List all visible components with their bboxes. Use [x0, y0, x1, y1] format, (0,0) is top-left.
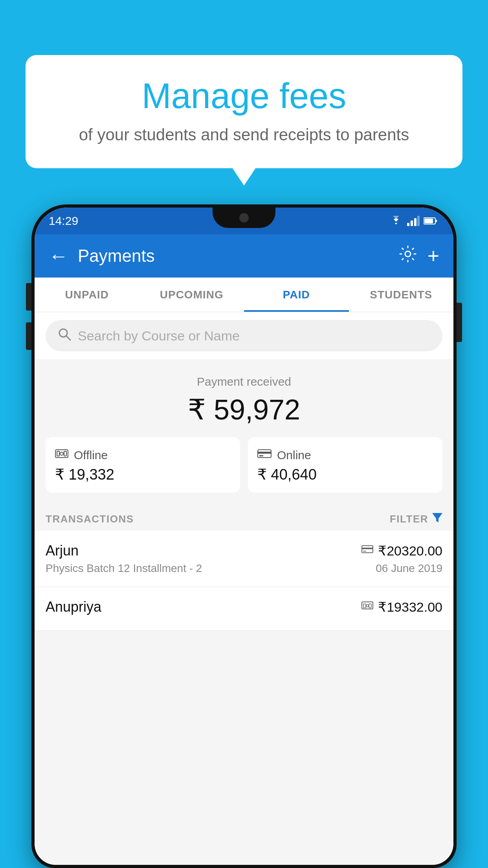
svg-line-9: [66, 336, 70, 340]
page-title: Payments: [78, 246, 399, 266]
filter-button[interactable]: FILTER: [390, 513, 442, 525]
content-area: Search by Course or Name Payment receive…: [35, 312, 453, 865]
tx-row-top-2: Anupriya ₹193: [46, 599, 442, 615]
tx-date: 06 June 2019: [376, 562, 442, 575]
tx-amount-wrap: ₹20320.00: [361, 543, 442, 559]
tab-students[interactable]: STUDENTS: [349, 278, 454, 312]
tx-payment-icon: [361, 544, 373, 557]
power-button[interactable]: [457, 303, 462, 342]
payment-summary: Payment received ₹ 59,972: [35, 359, 453, 504]
tab-unpaid[interactable]: UNPAID: [35, 278, 139, 312]
online-label: Online: [277, 449, 311, 462]
speech-bubble-container: Manage fees of your students and send re…: [26, 55, 462, 168]
svg-rect-15: [258, 452, 271, 454]
phone: 14:29: [31, 204, 457, 868]
search-container: Search by Course or Name: [35, 312, 453, 359]
svg-point-13: [60, 452, 63, 455]
transaction-row[interactable]: Arjun ₹20320.00: [35, 531, 453, 587]
status-icons: [389, 216, 438, 226]
svg-rect-2: [414, 218, 416, 226]
svg-rect-0: [407, 223, 409, 226]
svg-rect-12: [64, 451, 66, 456]
search-placeholder: Search by Course or Name: [78, 328, 240, 344]
tx-name: Arjun: [46, 542, 79, 559]
add-button[interactable]: +: [427, 244, 439, 268]
tx-payment-icon-2: [361, 601, 373, 613]
online-amount: ₹ 40,640: [257, 466, 433, 483]
payment-received-label: Payment received: [46, 375, 442, 388]
svg-rect-16: [259, 455, 263, 456]
volume-down-button[interactable]: [26, 322, 31, 350]
tx-amount-wrap-2: ₹19332.00: [361, 599, 442, 615]
card-icon: [257, 448, 272, 462]
back-button[interactable]: ←: [49, 245, 68, 267]
settings-button[interactable]: [399, 245, 416, 267]
tx-name-2: Anupriya: [46, 599, 101, 615]
transaction-row[interactable]: Anupriya ₹193: [35, 587, 453, 631]
tab-upcoming[interactable]: UPCOMING: [139, 278, 244, 312]
svg-rect-22: [363, 604, 366, 608]
offline-amount: ₹ 19,332: [55, 466, 231, 483]
front-camera: [239, 213, 249, 223]
volume-up-button[interactable]: [26, 283, 31, 311]
offline-payment-card: Offline ₹ 19,332: [46, 437, 240, 493]
bubble-subtitle: of your students and send receipts to pa…: [49, 123, 439, 147]
online-card-header: Online: [257, 448, 433, 462]
svg-marker-17: [432, 513, 442, 522]
offline-label: Offline: [74, 449, 108, 462]
tx-amount-2: ₹19332.00: [378, 599, 442, 615]
battery-icon: [424, 217, 438, 225]
payment-total-amount: ₹ 59,972: [46, 393, 442, 426]
filter-icon: [432, 513, 442, 525]
phone-notch: [213, 208, 275, 228]
svg-rect-19: [362, 548, 373, 549]
wifi-icon: [389, 216, 403, 226]
signal-icon: [407, 216, 420, 226]
svg-rect-1: [411, 221, 413, 226]
cash-icon: [55, 448, 68, 462]
svg-rect-5: [424, 219, 433, 223]
svg-rect-23: [369, 604, 371, 608]
search-icon: [57, 327, 72, 345]
speech-bubble: Manage fees of your students and send re…: [26, 55, 462, 168]
bubble-title: Manage fees: [49, 77, 439, 116]
online-payment-card: Online ₹ 40,640: [248, 437, 442, 493]
transactions-label: TRANSACTIONS: [46, 513, 134, 525]
tx-amount: ₹20320.00: [378, 543, 442, 559]
svg-rect-11: [57, 451, 59, 456]
svg-rect-20: [363, 551, 366, 552]
status-time: 14:29: [49, 214, 78, 228]
search-bar[interactable]: Search by Course or Name: [46, 320, 442, 351]
offline-card-header: Offline: [55, 448, 231, 462]
tx-detail: Physics Batch 12 Installment - 2: [46, 562, 202, 575]
filter-label: FILTER: [390, 513, 428, 525]
svg-point-24: [366, 605, 369, 607]
tab-paid[interactable]: PAID: [244, 278, 349, 312]
payment-cards: Offline ₹ 19,332: [46, 437, 442, 493]
tx-row-top: Arjun ₹20320.00: [46, 542, 442, 559]
svg-rect-3: [417, 216, 420, 226]
svg-point-7: [405, 251, 411, 257]
phone-screen: 14:29: [35, 208, 453, 865]
phone-inner: 14:29: [35, 208, 453, 865]
transactions-header: TRANSACTIONS FILTER: [35, 504, 453, 531]
svg-rect-6: [435, 220, 437, 222]
tabs: UNPAID UPCOMING PAID STUDENTS: [35, 278, 453, 312]
tx-row-bottom: Physics Batch 12 Installment - 2 06 June…: [46, 562, 442, 575]
app-bar: ← Payments +: [35, 234, 453, 278]
